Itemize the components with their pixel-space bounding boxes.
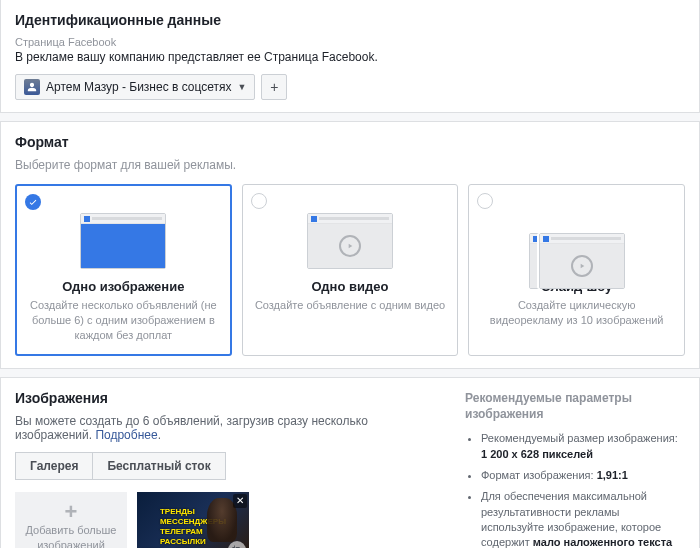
card-title: Одно видео (251, 279, 450, 294)
single-image-thumb (80, 213, 166, 269)
card-sub: Создайте объявление с одним видео (251, 298, 450, 313)
recs-heading: Рекомендуемые параметры изображения (465, 390, 685, 424)
identity-title: Идентификационные данные (15, 12, 685, 28)
page-label: Страница Facebook (15, 36, 685, 48)
play-icon (339, 235, 361, 257)
slideshow-thumb (529, 213, 625, 269)
add-page-button[interactable]: + (261, 74, 287, 100)
remove-image-button[interactable]: ✕ (233, 494, 247, 508)
radio-selected-icon (25, 194, 41, 210)
image-source-tabs: Галерея Бесплатный сток (15, 452, 447, 480)
single-video-thumb (307, 213, 393, 269)
format-card-single-video[interactable]: Одно видео Создайте объявление с одним в… (242, 184, 459, 356)
radio-icon (251, 193, 267, 209)
tab-free-stock[interactable]: Бесплатный сток (93, 452, 225, 480)
plus-icon: + (270, 79, 278, 95)
rec-text-overlay: Для обеспечения максимальной результатив… (481, 489, 685, 548)
play-icon (571, 255, 593, 277)
plus-icon: + (65, 501, 78, 523)
page-selector-label: Артем Мазур - Бизнес в соцсетях (46, 80, 232, 94)
tab-gallery[interactable]: Галерея (15, 452, 93, 480)
chevron-down-icon: ▼ (238, 82, 247, 92)
card-title: Одно изображение (24, 279, 223, 294)
radio-icon (477, 193, 493, 209)
format-card-single-image[interactable]: Одно изображение Создайте несколько объя… (15, 184, 232, 356)
crop-icon (232, 545, 242, 548)
uploaded-image-thumb[interactable]: ТРЕНДЫ МЕССЕНДЖЕРЫ ТЕЛЕГРАМ РАССЫЛКИ 128… (137, 492, 249, 548)
images-desc: Вы можете создать до 6 объявлений, загру… (15, 414, 447, 442)
format-section: Формат Выберите формат для вашей рекламы… (0, 121, 700, 369)
card-sub: Создайте циклическую видеорекламу из 10 … (477, 298, 676, 328)
images-title: Изображения (15, 390, 447, 406)
page-selector-row: Артем Мазур - Бизнес в соцсетях ▼ + (15, 74, 685, 100)
identity-section: Идентификационные данные Страница Facebo… (0, 0, 700, 113)
images-section: Изображения Вы можете создать до 6 объяв… (0, 377, 700, 548)
crop-image-button[interactable] (228, 541, 246, 548)
close-icon: ✕ (236, 495, 244, 506)
format-title: Формат (15, 134, 685, 150)
add-more-label: Добавить больше изображений (15, 523, 127, 548)
images-left: Изображения Вы можете создать до 6 объяв… (15, 390, 447, 548)
add-more-images-button[interactable]: + Добавить больше изображений (15, 492, 127, 548)
format-card-slideshow[interactable]: Слайд-шоу Создайте циклическую видеорекл… (468, 184, 685, 356)
image-recommendations: Рекомендуемые параметры изображения Реко… (465, 390, 685, 548)
image-thumbs-row: + Добавить больше изображений ТРЕНДЫ МЕС… (15, 492, 447, 548)
card-sub: Создайте несколько объявлений (не больше… (24, 298, 223, 343)
rec-size: Рекомендуемый размер изображения: 1 200 … (481, 431, 685, 462)
page-desc: В рекламе вашу компанию представляет ее … (15, 50, 685, 64)
format-cards: Одно изображение Создайте несколько объя… (15, 184, 685, 356)
images-learn-more-link[interactable]: Подробнее (95, 428, 157, 442)
page-avatar-icon (24, 79, 40, 95)
format-desc: Выберите формат для вашей рекламы. (15, 158, 685, 172)
rec-ratio: Формат изображения: 1,91:1 (481, 468, 685, 483)
page-selector[interactable]: Артем Мазур - Бизнес в соцсетях ▼ (15, 74, 255, 100)
